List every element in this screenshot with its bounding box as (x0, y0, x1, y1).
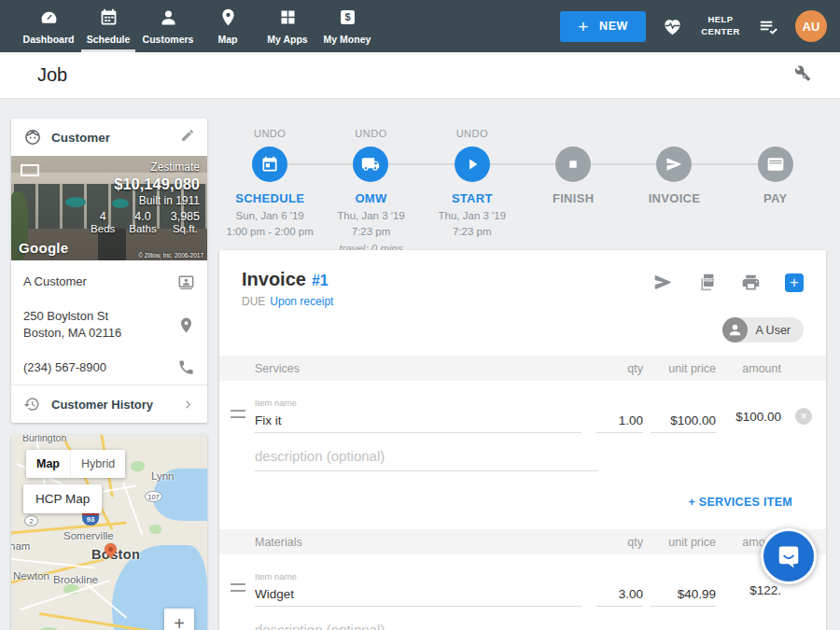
add-invoice-item-button[interactable]: + (785, 273, 804, 292)
top-nav: Dashboard Schedule Customers Map My Apps… (0, 0, 840, 52)
invoice-card: Invoice#1 DUEUpon receipt PDF + (219, 250, 826, 630)
send-icon (665, 155, 683, 174)
customers-icon (159, 7, 178, 31)
nav-item-map[interactable]: Map (198, 0, 258, 52)
undo-start-button[interactable]: UNDO (422, 128, 523, 141)
chevron-right-icon (181, 398, 195, 412)
unit-price-column-header: unit price (643, 362, 716, 375)
customer-name-row: A Customer (11, 265, 207, 300)
location-pin-icon[interactable] (177, 316, 195, 334)
customer-face-icon (23, 128, 42, 147)
checklist-icon[interactable] (758, 16, 779, 37)
service-item-name-input[interactable] (255, 409, 581, 433)
customer-history-row[interactable]: Customer History (11, 385, 207, 423)
help-center-link[interactable]: HELP CENTER (699, 14, 742, 38)
nav-item-schedule[interactable]: Schedule (78, 0, 138, 52)
calendar-icon (260, 155, 279, 174)
drag-handle-icon[interactable] (231, 410, 245, 418)
material-description-input[interactable] (255, 618, 598, 630)
send-invoice-icon[interactable] (653, 273, 673, 292)
invoice-number[interactable]: #1 (312, 273, 329, 288)
step-schedule: UNDO SCHEDULE Sun, Jan 6 '191:00 pm - 2:… (219, 128, 320, 257)
step-invoice: INVOICE (623, 128, 724, 257)
money-icon: $ (338, 7, 357, 31)
undo-omw-button[interactable]: UNDO (320, 128, 421, 141)
invoice-step-button[interactable] (656, 147, 692, 182)
svg-text:$: $ (344, 11, 350, 22)
customer-phone: (234) 567-8900 (23, 359, 177, 376)
job-tools-icon[interactable] (792, 63, 812, 87)
step-pay: PAY (725, 128, 826, 257)
assignee-chip[interactable]: A User (722, 317, 804, 343)
add-services-item-link[interactable]: + SERVICES ITEM (688, 496, 792, 509)
map-type-button[interactable]: Map (26, 450, 70, 478)
customer-name: A Customer (23, 273, 177, 290)
apps-grid-icon (278, 7, 298, 31)
pdf-icon[interactable]: PDF (697, 273, 717, 292)
invoice-header: Invoice#1 DUEUpon receipt PDF + (219, 250, 826, 343)
customer-card: Customer Zestimate $10,14 (11, 119, 207, 423)
schedule-step-button[interactable] (252, 147, 287, 182)
zestimate-label: Zestimate (77, 161, 200, 174)
qty-column-header: qty (581, 362, 643, 375)
customer-phone-row: (234) 567-8900 (11, 350, 207, 385)
user-avatar[interactable]: AU (795, 10, 827, 42)
map-label-burlington: Burlington (22, 435, 66, 443)
due-terms-link[interactable]: Upon receipt (270, 295, 333, 308)
chat-bubble-button[interactable] (761, 528, 817, 584)
start-step-button[interactable] (455, 147, 490, 182)
material-unit-price-input[interactable] (651, 582, 716, 607)
streetview-frame-icon (21, 164, 39, 176)
material-item-name-input[interactable] (255, 582, 581, 607)
invoice-title: Invoice (242, 269, 306, 289)
contact-card-icon[interactable] (177, 273, 195, 291)
customer-card-title: Customer (51, 131, 171, 145)
nav-item-my-apps[interactable]: My Apps (258, 0, 317, 52)
nav-item-dashboard[interactable]: Dashboard (19, 0, 78, 52)
hybrid-type-button[interactable]: Hybrid (70, 450, 125, 478)
content-area: Customer Zestimate $10,14 (0, 100, 840, 630)
map-label-newton: Newton (13, 570, 49, 581)
new-button[interactable]: + NEW (560, 11, 646, 42)
map-widget[interactable]: Burlington Lynn Somerville ham Boston Ne… (11, 435, 207, 630)
nav-label: My Money (324, 34, 371, 45)
zoom-in-button[interactable]: + (164, 609, 194, 630)
map-label-somerville: Somerville (63, 530, 114, 541)
step-start: UNDO START Thu, Jan 3 '197:23 pm (422, 128, 523, 257)
map-zoom-control: + − (164, 609, 194, 630)
service-qty-input[interactable] (596, 409, 643, 433)
delete-service-item-button[interactable]: × (795, 408, 812, 425)
pay-step-button[interactable] (758, 147, 793, 182)
service-line-item: Item name $100.00 × (219, 381, 826, 433)
app-window: Dashboard Schedule Customers Map My Apps… (0, 0, 840, 630)
undo-schedule-button[interactable]: UNDO (219, 128, 320, 141)
hcp-map-button[interactable]: HCP Map (23, 484, 102, 513)
phone-icon[interactable] (177, 358, 195, 376)
service-unit-price-input[interactable] (651, 409, 716, 433)
nav-label: Map (218, 34, 238, 45)
main-panel: UNDO SCHEDULE Sun, Jan 6 '191:00 pm - 2:… (219, 100, 826, 257)
edit-pencil-icon[interactable] (180, 128, 195, 147)
nav-item-my-money[interactable]: $ My Money (317, 0, 377, 52)
map-label-lynn: Lynn (151, 470, 175, 482)
property-photo[interactable]: Zestimate $10,149,080 Built in 1911 4 Be… (11, 156, 207, 260)
map-pin-icon (218, 7, 238, 31)
print-icon[interactable] (741, 273, 761, 292)
drag-handle-icon[interactable] (231, 583, 245, 592)
services-section-header: Services qty unit price amount (219, 356, 826, 381)
service-description-input[interactable] (255, 444, 598, 471)
health-heart-icon[interactable] (662, 16, 683, 37)
omw-step-button[interactable] (353, 147, 388, 182)
finish-step-button[interactable] (555, 147, 591, 182)
new-button-label: NEW (599, 20, 628, 33)
customer-address-row: 250 Boylston StBoston, MA 02116 (11, 300, 207, 350)
materials-section-label: Materials (219, 536, 581, 549)
credit-card-icon (766, 155, 785, 174)
nav-item-customers[interactable]: Customers (138, 0, 198, 52)
unit-price-column-header: unit price (643, 536, 716, 549)
truck-icon (361, 155, 380, 174)
job-workflow-stepper: UNDO SCHEDULE Sun, Jan 6 '191:00 pm - 2:… (219, 100, 826, 257)
invoice-title-block: Invoice#1 DUEUpon receipt (242, 269, 333, 308)
material-qty-input[interactable] (596, 582, 643, 607)
stop-icon (564, 155, 582, 174)
